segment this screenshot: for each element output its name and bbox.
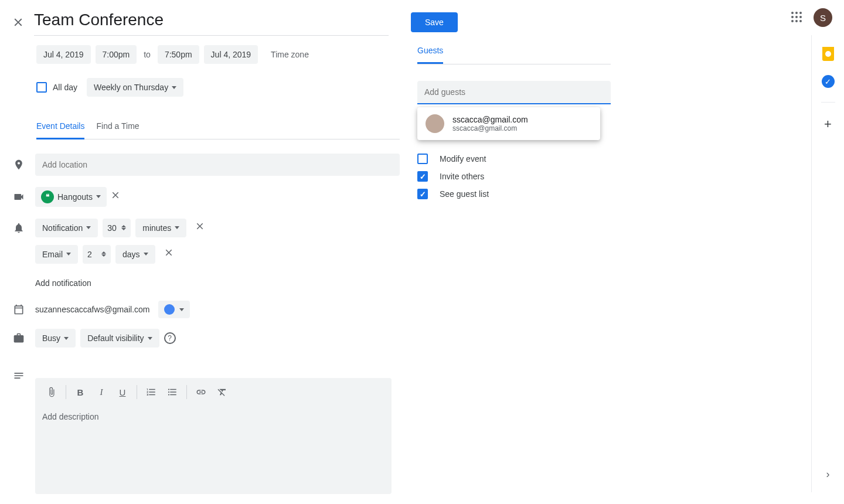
conference-dropdown[interactable]: ❝ Hangouts <box>35 187 107 207</box>
close-icon[interactable] <box>11 15 26 30</box>
notification-unit-label: minutes <box>142 223 171 233</box>
availability-dropdown[interactable]: Busy <box>35 329 76 348</box>
add-guests-input[interactable] <box>417 81 611 104</box>
remove-notification-button[interactable] <box>191 217 209 238</box>
chevron-down-icon <box>86 226 91 229</box>
underline-button[interactable]: U <box>113 383 132 401</box>
notification-unit-label: days <box>122 250 140 259</box>
notification-method-dropdown[interactable]: Email <box>35 245 78 264</box>
timezone-link[interactable]: Time zone <box>271 50 309 59</box>
notification-unit-dropdown[interactable]: days <box>115 245 155 264</box>
see-guest-list-label: See guest list <box>440 189 489 199</box>
invite-others-label: Invite others <box>440 172 484 181</box>
apps-grid-icon[interactable] <box>791 12 803 23</box>
bullet-list-button[interactable] <box>163 383 182 401</box>
end-date-chip[interactable]: Jul 4, 2019 <box>204 45 258 64</box>
chevron-down-icon <box>66 253 71 256</box>
notification-value: 2 <box>87 250 98 259</box>
numbered-list-button[interactable] <box>142 383 161 401</box>
to-label: to <box>141 50 153 59</box>
start-date-chip[interactable]: Jul 4, 2019 <box>36 45 91 64</box>
notification-unit-dropdown[interactable]: minutes <box>135 219 186 237</box>
visibility-label: Default visibility <box>87 333 144 343</box>
chevron-down-icon <box>96 195 101 198</box>
remove-conference-button[interactable] <box>107 186 124 207</box>
suggestion-email: sscacca@gmail.com <box>452 124 528 132</box>
help-icon[interactable]: ? <box>164 332 176 344</box>
notification-method-label: Email <box>42 250 63 259</box>
notification-method-dropdown[interactable]: Notification <box>35 219 98 237</box>
add-notification-button[interactable]: Add notification <box>35 278 91 288</box>
calendar-owner-label: suzannescaccafws@gmail.com <box>35 305 150 314</box>
all-day-checkbox[interactable] <box>36 82 47 93</box>
suggestion-avatar <box>426 114 444 133</box>
suggestion-name: sscacca@gmail.com <box>452 115 528 124</box>
description-input[interactable]: Add description <box>35 406 392 494</box>
remove-notification-button[interactable] <box>160 244 178 264</box>
see-guest-list-checkbox[interactable] <box>417 189 428 199</box>
visibility-dropdown[interactable]: Default visibility <box>80 329 159 348</box>
bold-button[interactable]: B <box>71 383 90 401</box>
recurrence-dropdown[interactable]: Weekly on Thursday <box>87 78 183 97</box>
tab-find-a-time[interactable]: Find a Time <box>96 121 139 139</box>
notification-value-stepper[interactable]: 30 <box>103 219 131 237</box>
notification-method-label: Notification <box>42 223 83 233</box>
location-input[interactable] <box>35 154 400 176</box>
chevron-down-icon <box>144 253 148 256</box>
invite-others-checkbox[interactable] <box>417 171 428 182</box>
side-panel-toggle-icon[interactable]: › <box>826 468 830 481</box>
briefcase-icon <box>13 332 35 344</box>
hangouts-icon: ❝ <box>41 190 54 203</box>
color-dot <box>164 304 175 315</box>
save-button[interactable]: Save <box>411 12 458 32</box>
conference-label: Hangouts <box>57 192 93 202</box>
tab-event-details[interactable]: Event Details <box>36 121 84 139</box>
all-day-label: All day <box>53 83 77 92</box>
chevron-down-icon <box>175 226 179 229</box>
chevron-down-icon <box>179 308 184 311</box>
video-icon <box>13 191 35 203</box>
start-time-chip[interactable]: 7:00pm <box>96 45 137 64</box>
chevron-down-icon <box>148 337 152 340</box>
end-time-chip[interactable]: 7:50pm <box>158 45 199 64</box>
event-title-input[interactable] <box>34 8 389 36</box>
description-icon <box>13 364 35 382</box>
modify-event-label: Modify event <box>440 154 486 164</box>
location-icon <box>13 159 35 171</box>
clear-formatting-button[interactable] <box>213 383 232 401</box>
chevron-down-icon <box>172 86 176 89</box>
chevron-down-icon <box>64 337 69 340</box>
event-color-dropdown[interactable] <box>158 301 190 318</box>
keep-icon[interactable] <box>822 47 834 61</box>
bell-icon <box>13 222 35 234</box>
availability-label: Busy <box>42 333 60 343</box>
tab-guests[interactable]: Guests <box>417 46 443 64</box>
notification-value: 30 <box>107 223 118 233</box>
account-avatar[interactable]: S <box>814 8 832 27</box>
calendar-icon <box>13 304 35 315</box>
recurrence-label: Weekly on Thursday <box>94 83 168 92</box>
attach-icon[interactable] <box>42 383 61 401</box>
tasks-icon[interactable]: ✓ <box>822 75 835 88</box>
notification-value-stepper[interactable]: 2 <box>83 245 111 264</box>
link-button[interactable] <box>192 383 210 401</box>
side-panel-divider <box>821 102 835 103</box>
guest-suggestion-item[interactable]: sscacca@gmail.com sscacca@gmail.com <box>417 107 600 140</box>
italic-button[interactable]: I <box>92 383 111 401</box>
modify-event-checkbox[interactable] <box>417 154 428 164</box>
addons-plus-icon[interactable]: + <box>824 117 832 132</box>
